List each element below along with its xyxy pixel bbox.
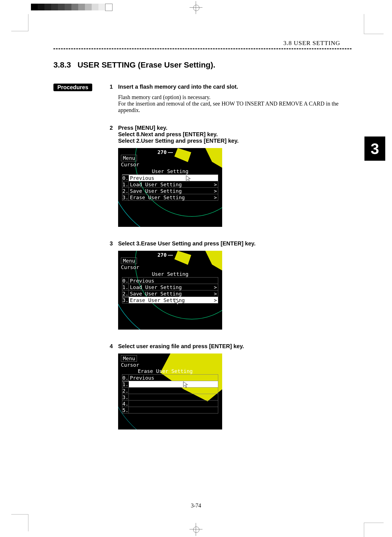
running-header: 3.8 USER SETTING xyxy=(53,39,352,47)
sim-menu-list: 0. Previous 1. Load User Setting > 2. Sa… xyxy=(122,174,218,200)
registration-mark-top xyxy=(191,3,201,12)
sim-crumb-cursor: Cursor xyxy=(121,264,141,270)
screenshot-user-setting-menu-previous: 270 Menu Cursor User Setting 0. Previous… xyxy=(118,148,222,227)
cursor-arrow-icon xyxy=(183,381,188,389)
step-headline: Press [MENU] key. Select 8.Next and pres… xyxy=(118,125,352,144)
step-number: 3 xyxy=(110,240,118,336)
sim-menu-row: 2. Save User Setting > xyxy=(122,290,218,297)
cursor-arrow-icon xyxy=(174,298,180,306)
crop-mark xyxy=(364,25,381,42)
chapter-tab: 3 xyxy=(364,137,385,161)
procedure-step: 3 Select 3.Erase User Setting and press … xyxy=(53,240,352,336)
sim-crumb-menu: Menu xyxy=(121,155,137,161)
sim-heading: 270 xyxy=(157,149,173,155)
step-headline: Insert a flash memory card into the card… xyxy=(118,84,352,90)
page-number: 3-74 xyxy=(191,502,201,509)
sim-heading: 270 xyxy=(157,252,173,258)
step-number: 4 xyxy=(110,343,118,436)
crop-mark xyxy=(11,514,28,531)
section-number: 3.8.3 xyxy=(53,61,71,69)
sim-menu-row: 2. xyxy=(122,387,218,394)
step-headline: Select user erasing file and press [ENTE… xyxy=(118,343,352,350)
registration-mark-bottom xyxy=(191,525,201,534)
sim-panel-title: User Setting xyxy=(152,168,188,174)
sim-crumb-menu: Menu xyxy=(121,258,137,264)
procedure-step: 4 Select user erasing file and press [EN… xyxy=(53,343,352,436)
sim-crumb-cursor: Cursor xyxy=(121,362,141,368)
procedures-label: Procedures xyxy=(53,84,92,91)
sim-menu-list: 0. Previous 1. 2. 3. xyxy=(122,374,218,413)
step-note: Flash memory card (option) is necessary.… xyxy=(118,94,352,113)
sim-menu-row: 5. xyxy=(122,407,218,413)
sim-menu-row: 3. xyxy=(122,394,218,400)
sim-menu-list: 0. Previous 1. Load User Setting > 2. Sa… xyxy=(122,277,218,303)
sim-menu-row: 1. xyxy=(122,381,218,388)
sim-crumb-cursor: Cursor xyxy=(121,162,141,167)
section-title: 3.8.3 USER SETTING (Erase User Setting). xyxy=(53,61,352,70)
sim-menu-row: 2. Save User Setting > xyxy=(122,187,218,194)
procedure-step: Procedures 1 Insert a flash memory card … xyxy=(53,84,352,117)
sim-menu-row: 0. Previous xyxy=(122,174,218,181)
document-page: 3.8 USER SETTING 3.8.3 USER SETTING (Era… xyxy=(0,0,392,537)
procedure-step: 2 Press [MENU] key. Select 8.Next and pr… xyxy=(53,125,352,233)
step-number: 2 xyxy=(110,125,118,233)
crop-mark xyxy=(364,514,381,531)
sim-menu-row: 3. Erase User Setting > xyxy=(122,297,218,303)
sim-menu-row: 3. Erase User Setting > xyxy=(122,194,218,201)
step-number: 1 xyxy=(110,84,118,117)
section-name: USER SETTING (Erase User Setting). xyxy=(78,61,215,69)
step-headline: Select 3.Erase User Setting and press [E… xyxy=(118,240,352,247)
sim-menu-row: 4. xyxy=(122,400,218,407)
sim-menu-row: 1. Load User Setting > xyxy=(122,284,218,290)
sim-panel-title: User Setting xyxy=(152,271,188,277)
sim-menu-row: 0. Previous xyxy=(122,277,218,284)
screenshot-erase-user-setting-list: Menu Cursor Erase User Setting 0. Previo… xyxy=(118,353,222,429)
header-rule xyxy=(53,48,352,49)
crop-mark xyxy=(11,14,28,31)
sim-crumb-menu: Menu xyxy=(121,355,137,362)
sim-panel-title: Erase User Setting xyxy=(138,368,193,374)
screenshot-user-setting-menu-erase: 270 Menu Cursor User Setting 0. Previous… xyxy=(118,251,222,330)
cursor-arrow-icon xyxy=(186,175,191,183)
sim-menu-row: 0. Previous xyxy=(122,374,218,381)
header-breadcrumb: 3.8 USER SETTING xyxy=(283,39,340,47)
sim-menu-row: 1. Load User Setting > xyxy=(122,181,218,188)
grayscale-strip xyxy=(31,4,112,11)
